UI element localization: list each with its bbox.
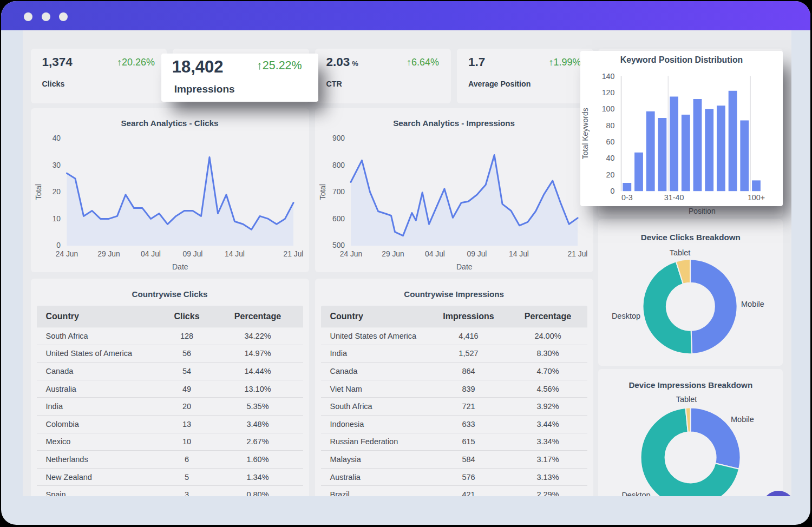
svg-text:0: 0 (611, 187, 615, 195)
svg-text:21 Jul: 21 Jul (283, 250, 303, 258)
svg-text:24 Jun: 24 Jun (55, 250, 77, 258)
svg-text:800: 800 (332, 161, 344, 169)
svg-text:900: 900 (332, 134, 344, 142)
svg-text:60: 60 (606, 137, 615, 146)
svg-text:Date: Date (172, 262, 188, 271)
svg-text:100: 100 (602, 104, 615, 113)
svg-text:Desktop: Desktop (622, 491, 651, 497)
svg-text:40: 40 (606, 154, 615, 162)
svg-text:Mobile: Mobile (731, 415, 754, 424)
svg-text:Date: Date (456, 262, 473, 271)
svg-text:29 Jun: 29 Jun (382, 250, 404, 258)
svg-text:Total Keywords: Total Keywords (581, 108, 590, 159)
svg-text:40: 40 (52, 134, 61, 142)
svg-text:09 Jul: 09 Jul (182, 250, 202, 258)
svg-text:21 Jul: 21 Jul (567, 250, 587, 258)
svg-text:80: 80 (606, 121, 615, 129)
svg-text:Total: Total (34, 184, 43, 200)
svg-text:Tablet: Tablet (670, 248, 691, 257)
svg-text:120: 120 (602, 88, 615, 96)
svg-text:31-40: 31-40 (664, 193, 684, 202)
svg-text:Mobile: Mobile (741, 300, 764, 308)
svg-text:04 Jul: 04 Jul (141, 250, 161, 258)
svg-text:04 Jul: 04 Jul (425, 250, 445, 258)
svg-text:Total: Total (318, 184, 327, 200)
svg-text:0: 0 (56, 241, 61, 249)
svg-text:09 Jul: 09 Jul (467, 250, 487, 258)
svg-text:100+: 100+ (748, 193, 765, 202)
svg-text:10: 10 (52, 215, 61, 223)
svg-text:14 Jul: 14 Jul (509, 250, 529, 258)
svg-text:29 Jun: 29 Jun (97, 250, 120, 258)
svg-text:14 Jul: 14 Jul (225, 250, 245, 258)
svg-text:0-3: 0-3 (621, 193, 633, 202)
svg-text:24 Jun: 24 Jun (339, 250, 362, 258)
svg-text:Tablet: Tablet (676, 395, 697, 404)
svg-text:20: 20 (606, 170, 615, 179)
svg-text:600: 600 (332, 215, 344, 223)
svg-text:20: 20 (52, 188, 61, 196)
svg-text:140: 140 (602, 71, 615, 80)
svg-text:30: 30 (52, 161, 61, 169)
svg-text:700: 700 (332, 188, 344, 196)
svg-text:Desktop: Desktop (612, 312, 640, 320)
svg-text:500: 500 (332, 241, 344, 249)
